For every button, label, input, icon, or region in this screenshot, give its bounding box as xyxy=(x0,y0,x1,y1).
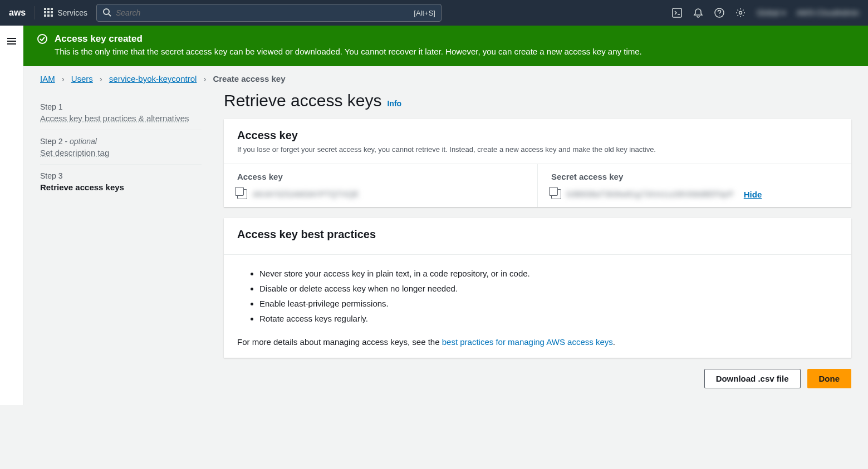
column-label: Access key xyxy=(237,172,524,181)
cloudshell-icon[interactable] xyxy=(672,8,682,18)
list-item: Rotate access keys regularly. xyxy=(259,311,838,326)
search-bar[interactable]: [Alt+S] xyxy=(96,4,442,22)
step-title: Retrieve access keys xyxy=(40,182,202,192)
panel-title: Access key best practices xyxy=(237,228,838,241)
secret-key-value: b3B838aT3k9tw81g73Xm1cz06Vb8d8EFlqrP xyxy=(567,190,734,199)
svg-rect-6 xyxy=(44,14,46,17)
svg-rect-0 xyxy=(44,8,46,10)
panel-desc: If you lose or forget your secret access… xyxy=(237,145,838,154)
banner-title: Access key created xyxy=(55,33,642,45)
side-drawer-toggle[interactable] xyxy=(0,26,23,405)
step-label: Step 2 - optional xyxy=(40,137,202,146)
breadcrumb: IAM › Users › service-byok-keycontrol › … xyxy=(23,66,868,91)
step-3: Step 3 Retrieve access keys xyxy=(40,164,202,199)
list-item: Enable least-privilege permissions. xyxy=(259,296,838,311)
breadcrumb-iam[interactable]: IAM xyxy=(40,74,55,83)
success-banner: Access key created This is the only time… xyxy=(23,26,868,66)
chevron-right-icon: › xyxy=(203,74,206,83)
chevron-right-icon: › xyxy=(62,74,65,83)
step-label: Step 3 xyxy=(40,171,202,180)
best-practices-link[interactable]: best practices for managing AWS access k… xyxy=(442,337,613,347)
svg-rect-4 xyxy=(47,11,50,13)
svg-line-10 xyxy=(109,14,111,16)
access-key-column: Access key AKIAY5ZGAM3AYPTQTXQE xyxy=(224,164,537,207)
search-input[interactable] xyxy=(116,8,409,17)
best-practices-list: Never store your access key in plain tex… xyxy=(237,266,838,326)
secret-key-column: Secret access key b3B838aT3k9tw81g73Xm1c… xyxy=(537,164,851,207)
page-title: Retrieve access keys xyxy=(224,91,381,110)
copy-icon[interactable] xyxy=(551,189,561,199)
account-menu[interactable]: AWS-CloudAdmin xyxy=(797,8,859,17)
aws-logo[interactable]: aws xyxy=(9,8,26,18)
svg-point-9 xyxy=(104,9,109,14)
best-practices-footer: For more details about managing access k… xyxy=(237,337,838,347)
info-link[interactable]: Info xyxy=(387,99,401,108)
region-selector[interactable]: Global ▾ xyxy=(757,8,785,17)
panel-title: Access key xyxy=(237,129,838,142)
help-icon[interactable] xyxy=(714,8,724,18)
search-shortcut: [Alt+S] xyxy=(414,9,435,17)
list-item: Never store your access key in plain tex… xyxy=(259,266,838,281)
svg-rect-1 xyxy=(47,8,50,10)
breadcrumb-user[interactable]: service-byok-keycontrol xyxy=(109,74,197,83)
bell-icon[interactable] xyxy=(693,8,703,18)
top-nav: aws Services [Alt+S] Global ▾ AWS-C xyxy=(0,0,868,26)
list-item: Disable or delete access key when no lon… xyxy=(259,281,838,296)
step-1: Step 1 Access key best practices & alter… xyxy=(40,96,202,130)
done-button[interactable]: Done xyxy=(807,369,852,388)
step-title[interactable]: Set description tag xyxy=(40,148,202,157)
divider xyxy=(35,6,35,19)
breadcrumb-current: Create access key xyxy=(213,74,285,83)
column-label: Secret access key xyxy=(551,172,838,181)
svg-point-13 xyxy=(739,12,742,14)
access-key-value: AKIAY5ZGAM3AYPTQTXQE xyxy=(253,190,359,199)
step-2: Step 2 - optional Set description tag xyxy=(40,130,202,164)
chevron-down-icon: ▾ xyxy=(782,8,786,17)
hide-toggle[interactable]: Hide xyxy=(744,190,762,199)
wizard-steps: Step 1 Access key best practices & alter… xyxy=(40,91,202,388)
services-label: Services xyxy=(57,8,87,17)
svg-rect-5 xyxy=(51,11,53,13)
step-title[interactable]: Access key best practices & alternatives xyxy=(40,113,202,123)
step-label: Step 1 xyxy=(40,102,202,111)
check-circle-icon xyxy=(37,33,48,56)
download-csv-button[interactable]: Download .csv file xyxy=(704,369,801,388)
access-key-panel: Access key If you lose or forget your se… xyxy=(224,119,851,207)
svg-rect-7 xyxy=(47,14,50,17)
grid-icon xyxy=(44,8,53,18)
banner-message: This is the only time that the secret ac… xyxy=(55,47,642,56)
best-practices-panel: Access key best practices Never store yo… xyxy=(224,218,851,358)
svg-point-17 xyxy=(38,34,47,43)
chevron-right-icon: › xyxy=(100,74,102,83)
breadcrumb-users[interactable]: Users xyxy=(71,74,93,83)
copy-icon[interactable] xyxy=(237,189,247,199)
services-menu[interactable]: Services xyxy=(44,8,87,18)
search-icon xyxy=(102,8,111,18)
svg-rect-8 xyxy=(51,14,53,17)
svg-rect-3 xyxy=(44,11,46,13)
svg-rect-2 xyxy=(51,8,53,10)
main-pane: Retrieve access keys Info Access key If … xyxy=(224,91,851,388)
gear-icon[interactable] xyxy=(735,8,746,18)
nav-icons: Global ▾ AWS-CloudAdmin xyxy=(672,8,859,18)
action-buttons: Download .csv file Done xyxy=(224,369,851,388)
